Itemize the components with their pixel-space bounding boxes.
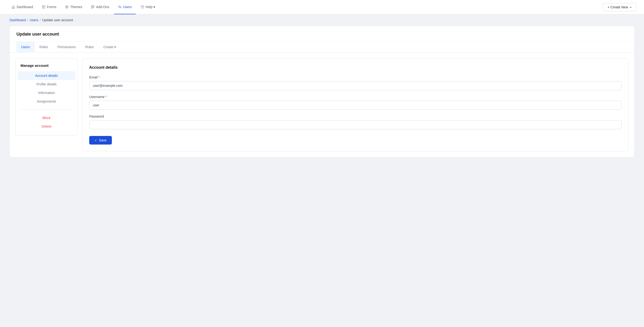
content-area: Manage account Account details Profile d… [10,53,634,157]
forms-icon [42,5,46,9]
create-new-button[interactable]: + Create New [603,3,636,11]
nav-item-help[interactable]: Help ▾ [137,0,159,14]
tab-rules[interactable]: Rules [80,42,99,53]
nav-item-forms[interactable]: Forms [38,0,60,14]
save-label: Save [99,138,106,142]
email-required-star: * [98,75,100,79]
username-input[interactable] [89,101,622,110]
svg-point-1 [66,6,68,8]
create-new-label: + Create New [608,5,628,9]
nav-items: Dashboard Forms Themes Add-Ons [8,0,603,14]
tab-roles[interactable]: Roles [35,42,53,53]
chevron-down-icon [630,6,632,8]
email-label: Email * [89,75,622,79]
password-label-text: Password [89,114,104,118]
nav-label-help: Help ▾ [146,5,155,9]
tab-users[interactable]: Users [16,42,35,53]
delete-button[interactable]: Delete [16,122,77,131]
sidebar-item-account-details[interactable]: Account details [18,71,75,80]
breadcrumb-dashboard[interactable]: Dashboard [10,18,26,22]
sidebar-divider [20,110,74,110]
password-label: Password [89,114,622,118]
username-field-group: Username * [89,95,622,110]
breadcrumb-users[interactable]: Users [30,18,38,22]
themes-icon [65,5,69,9]
tab-create[interactable]: Create ▾ [98,42,121,53]
sidebar-item-information[interactable]: Information [16,88,77,97]
password-field-group: Password [89,114,622,129]
tab-permissions[interactable]: Permissions [53,42,80,53]
form-panel: Account details Email * Username * Passw… [82,58,628,152]
sidebar-item-profile-details[interactable]: Profile details [16,80,77,88]
help-icon [140,5,144,9]
email-field-group: Email * [89,75,622,90]
nav-item-dashboard[interactable]: Dashboard [8,0,37,14]
nav-item-themes[interactable]: Themes [61,0,86,14]
email-label-text: Email [89,75,98,79]
addons-icon [91,5,95,9]
nav-item-addons[interactable]: Add-Ons [87,0,113,14]
password-input[interactable] [89,120,622,129]
breadcrumb-sep-1: / [28,18,28,22]
tabs-bar: Users Roles Permissions Rules Create ▾ [10,42,634,53]
breadcrumb: Dashboard / Users / Update user account [0,14,644,26]
nav-label-themes: Themes [70,5,82,9]
sidebar-panel-title: Manage account [16,64,77,71]
sidebar-panel: Manage account Account details Profile d… [16,58,78,136]
save-button[interactable]: ✓ Save [89,136,112,144]
form-panel-title: Account details [89,65,622,70]
home-icon [12,5,15,9]
users-icon [118,5,122,9]
svg-point-3 [119,6,120,7]
navbar: Dashboard Forms Themes Add-Ons [0,0,644,14]
main-card: Update user account Users Roles Permissi… [10,26,634,158]
page-title: Update user account [16,32,59,36]
breadcrumb-sep-2: / [40,18,41,22]
sidebar-item-assignments[interactable]: Assignments [16,97,77,106]
nav-label-dashboard: Dashboard [17,5,33,9]
svg-point-2 [66,6,68,8]
username-label: Username * [89,95,622,99]
breadcrumb-current: Update user account [42,18,73,22]
username-required-star: * [106,95,107,99]
main-card-header: Update user account [10,26,634,42]
block-button[interactable]: Block [16,114,77,122]
nav-label-addons: Add-Ons [96,5,109,9]
username-label-text: Username [89,95,105,99]
nav-label-forms: Forms [47,5,56,9]
email-input[interactable] [89,81,622,90]
nav-item-users[interactable]: Users [114,0,136,14]
nav-label-users: Users [123,5,132,9]
save-checkmark-icon: ✓ [94,138,97,142]
